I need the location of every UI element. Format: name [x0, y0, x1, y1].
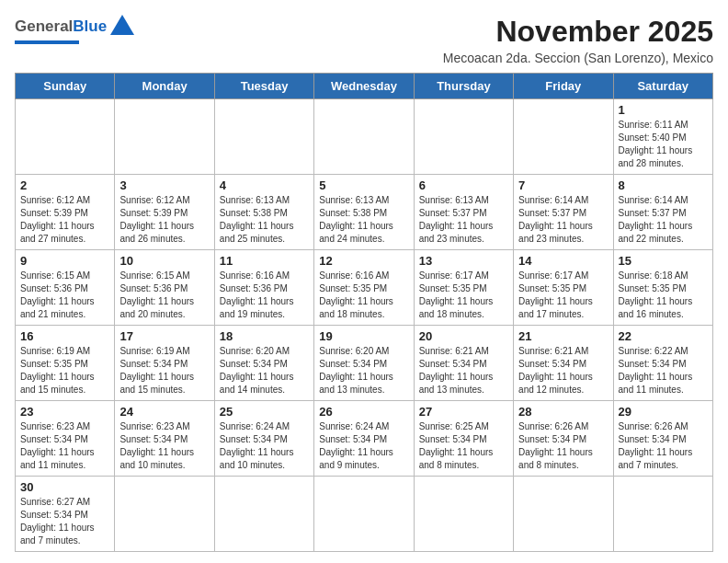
- day-info: Sunrise: 6:25 AM Sunset: 5:34 PM Dayligh…: [419, 420, 508, 472]
- calendar-cell: 8Sunrise: 6:14 AM Sunset: 5:37 PM Daylig…: [613, 175, 712, 250]
- day-number: 8: [619, 178, 708, 192]
- logo-general-text: General: [15, 17, 73, 36]
- calendar-cell: [514, 99, 613, 175]
- calendar-cell: [115, 99, 214, 175]
- calendar-cell: 24Sunrise: 6:23 AM Sunset: 5:34 PM Dayli…: [115, 401, 214, 477]
- calendar-cell: 15Sunrise: 6:18 AM Sunset: 5:35 PM Dayli…: [613, 250, 712, 326]
- day-info: Sunrise: 6:15 AM Sunset: 5:36 PM Dayligh…: [119, 270, 209, 321]
- calendar-cell: 20Sunrise: 6:21 AM Sunset: 5:34 PM Dayli…: [414, 326, 513, 401]
- day-info: Sunrise: 6:27 AM Sunset: 5:34 PM Dayligh…: [20, 496, 109, 547]
- day-info: Sunrise: 6:22 AM Sunset: 5:34 PM Dayligh…: [619, 345, 708, 396]
- calendar-cell: [16, 99, 115, 175]
- day-header-sunday: Sunday: [16, 74, 115, 99]
- day-number: 26: [319, 405, 408, 419]
- day-number: 13: [419, 254, 508, 268]
- day-info: Sunrise: 6:17 AM Sunset: 5:35 PM Dayligh…: [419, 270, 508, 321]
- calendar-cell: 4Sunrise: 6:13 AM Sunset: 5:38 PM Daylig…: [214, 175, 313, 250]
- day-info: Sunrise: 6:12 AM Sunset: 5:39 PM Dayligh…: [119, 194, 209, 246]
- month-title: November 2025: [443, 15, 713, 49]
- day-info: Sunrise: 6:13 AM Sunset: 5:37 PM Dayligh…: [419, 194, 508, 246]
- day-number: 30: [20, 480, 109, 494]
- calendar-cell: [613, 477, 712, 552]
- day-number: 1: [619, 103, 708, 117]
- calendar-cell: 27Sunrise: 6:25 AM Sunset: 5:34 PM Dayli…: [414, 401, 513, 477]
- day-number: 3: [119, 178, 209, 192]
- day-info: Sunrise: 6:19 AM Sunset: 5:34 PM Dayligh…: [119, 345, 209, 396]
- day-info: Sunrise: 6:16 AM Sunset: 5:35 PM Dayligh…: [319, 270, 408, 321]
- calendar-cell: [514, 477, 613, 552]
- day-info: Sunrise: 6:18 AM Sunset: 5:35 PM Dayligh…: [619, 270, 708, 321]
- calendar-cell: 12Sunrise: 6:16 AM Sunset: 5:35 PM Dayli…: [314, 250, 414, 326]
- calendar-cell: 9Sunrise: 6:15 AM Sunset: 5:36 PM Daylig…: [16, 250, 115, 326]
- calendar-cell: 5Sunrise: 6:13 AM Sunset: 5:38 PM Daylig…: [314, 175, 414, 250]
- day-number: 14: [518, 254, 608, 268]
- calendar-week-row: 16Sunrise: 6:19 AM Sunset: 5:35 PM Dayli…: [16, 326, 713, 401]
- header: General Blue November 2025 Mecoacan 2da.…: [15, 15, 713, 65]
- day-info: Sunrise: 6:21 AM Sunset: 5:34 PM Dayligh…: [419, 345, 508, 396]
- calendar-week-row: 9Sunrise: 6:15 AM Sunset: 5:36 PM Daylig…: [16, 250, 713, 326]
- day-header-saturday: Saturday: [613, 74, 712, 99]
- calendar-cell: 30Sunrise: 6:27 AM Sunset: 5:34 PM Dayli…: [16, 477, 115, 552]
- calendar-cell: 1Sunrise: 6:11 AM Sunset: 5:40 PM Daylig…: [613, 99, 712, 175]
- day-info: Sunrise: 6:24 AM Sunset: 5:34 PM Dayligh…: [319, 420, 408, 472]
- day-number: 16: [20, 329, 109, 343]
- day-number: 20: [419, 329, 508, 343]
- day-number: 4: [220, 178, 309, 192]
- day-info: Sunrise: 6:26 AM Sunset: 5:34 PM Dayligh…: [619, 420, 708, 472]
- day-header-friday: Friday: [514, 74, 613, 99]
- day-header-thursday: Thursday: [414, 74, 513, 99]
- calendar-week-row: 30Sunrise: 6:27 AM Sunset: 5:34 PM Dayli…: [16, 477, 713, 552]
- day-number: 22: [619, 329, 708, 343]
- day-number: 10: [119, 254, 209, 268]
- calendar-cell: 23Sunrise: 6:23 AM Sunset: 5:34 PM Dayli…: [16, 401, 115, 477]
- calendar-cell: [314, 477, 414, 552]
- calendar-cell: 16Sunrise: 6:19 AM Sunset: 5:35 PM Dayli…: [16, 326, 115, 401]
- day-number: 11: [220, 254, 309, 268]
- day-info: Sunrise: 6:26 AM Sunset: 5:34 PM Dayligh…: [518, 420, 608, 472]
- day-number: 12: [319, 254, 408, 268]
- day-info: Sunrise: 6:23 AM Sunset: 5:34 PM Dayligh…: [20, 420, 109, 472]
- calendar-cell: 17Sunrise: 6:19 AM Sunset: 5:34 PM Dayli…: [115, 326, 214, 401]
- day-number: 23: [20, 405, 109, 419]
- logo: General Blue: [15, 15, 134, 44]
- title-section: November 2025 Mecoacan 2da. Seccion (San…: [443, 15, 713, 65]
- day-header-wednesday: Wednesday: [314, 74, 414, 99]
- subtitle: Mecoacan 2da. Seccion (San Lorenzo), Mex…: [443, 51, 713, 65]
- day-header-monday: Monday: [115, 74, 214, 99]
- day-number: 6: [419, 178, 508, 192]
- svg-marker-0: [110, 15, 134, 35]
- calendar-cell: 28Sunrise: 6:26 AM Sunset: 5:34 PM Dayli…: [514, 401, 613, 477]
- calendar-cell: 26Sunrise: 6:24 AM Sunset: 5:34 PM Dayli…: [314, 401, 414, 477]
- day-info: Sunrise: 6:21 AM Sunset: 5:34 PM Dayligh…: [518, 345, 608, 396]
- calendar-cell: 13Sunrise: 6:17 AM Sunset: 5:35 PM Dayli…: [414, 250, 513, 326]
- calendar-cell: 29Sunrise: 6:26 AM Sunset: 5:34 PM Dayli…: [613, 401, 712, 477]
- day-number: 29: [619, 405, 708, 419]
- day-number: 28: [518, 405, 608, 419]
- calendar-cell: 19Sunrise: 6:20 AM Sunset: 5:34 PM Dayli…: [314, 326, 414, 401]
- day-number: 18: [220, 329, 309, 343]
- day-info: Sunrise: 6:13 AM Sunset: 5:38 PM Dayligh…: [220, 194, 309, 246]
- calendar-cell: 21Sunrise: 6:21 AM Sunset: 5:34 PM Dayli…: [514, 326, 613, 401]
- logo-underline: [15, 40, 79, 44]
- calendar-cell: 3Sunrise: 6:12 AM Sunset: 5:39 PM Daylig…: [115, 175, 214, 250]
- day-number: 7: [518, 178, 608, 192]
- day-number: 2: [20, 178, 109, 192]
- day-info: Sunrise: 6:12 AM Sunset: 5:39 PM Dayligh…: [20, 194, 109, 246]
- calendar-cell: [414, 477, 513, 552]
- calendar-cell: [115, 477, 214, 552]
- day-info: Sunrise: 6:20 AM Sunset: 5:34 PM Dayligh…: [319, 345, 408, 396]
- day-number: 25: [220, 405, 309, 419]
- day-info: Sunrise: 6:13 AM Sunset: 5:38 PM Dayligh…: [319, 194, 408, 246]
- calendar-cell: 7Sunrise: 6:14 AM Sunset: 5:37 PM Daylig…: [514, 175, 613, 250]
- calendar-cell: 25Sunrise: 6:24 AM Sunset: 5:34 PM Dayli…: [214, 401, 313, 477]
- day-info: Sunrise: 6:11 AM Sunset: 5:40 PM Dayligh…: [619, 119, 708, 170]
- day-number: 19: [319, 329, 408, 343]
- calendar-cell: [314, 99, 414, 175]
- day-number: 27: [419, 405, 508, 419]
- day-number: 21: [518, 329, 608, 343]
- day-info: Sunrise: 6:14 AM Sunset: 5:37 PM Dayligh…: [518, 194, 608, 246]
- calendar-table: SundayMondayTuesdayWednesdayThursdayFrid…: [15, 73, 713, 552]
- calendar-week-row: 2Sunrise: 6:12 AM Sunset: 5:39 PM Daylig…: [16, 175, 713, 250]
- calendar-header-row: SundayMondayTuesdayWednesdayThursdayFrid…: [16, 74, 713, 99]
- calendar-week-row: 1Sunrise: 6:11 AM Sunset: 5:40 PM Daylig…: [16, 99, 713, 175]
